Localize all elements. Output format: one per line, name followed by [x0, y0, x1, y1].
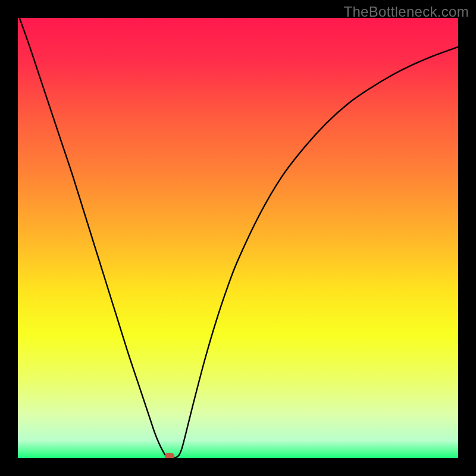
bottleneck-curve	[18, 18, 458, 458]
plot-area	[18, 18, 458, 458]
outer-frame: TheBottleneck.com	[0, 0, 476, 476]
optimum-marker	[165, 453, 174, 458]
